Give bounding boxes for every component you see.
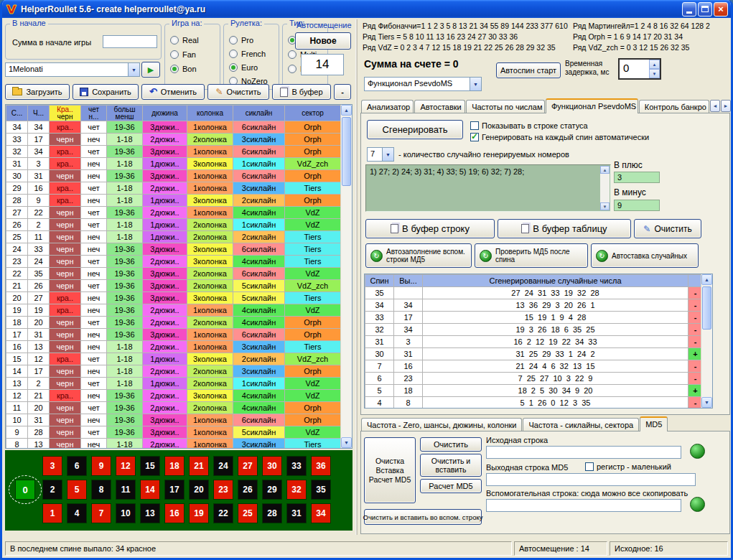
copy-row-button[interactable]: В буфер строку	[365, 219, 495, 238]
checkbox-box[interactable]	[585, 462, 594, 471]
gen-row[interactable]: 323419 3 26 18 6 35 25-	[365, 324, 703, 336]
board-number-6[interactable]: 6	[67, 456, 87, 476]
history-row[interactable]: 2916кра..чет1-182дюжи..1колонка3сиклайнT…	[6, 182, 341, 195]
radio-euro[interactable]: Euro	[229, 60, 268, 74]
board-number-23[interactable]: 23	[213, 480, 233, 500]
board-number-13[interactable]: 13	[140, 503, 160, 523]
history-scrollbar[interactable]: ▲ ▼	[340, 105, 352, 448]
md5-clear-paste-button[interactable]: Очистить и вставить	[420, 454, 482, 477]
generated-scrollbar[interactable]: ▲ ▼	[701, 274, 712, 408]
board-number-8[interactable]: 8	[91, 480, 111, 500]
title-bar[interactable]: HelperRoullet 5.6- create helperroullet@…	[2, 0, 731, 18]
minus-button[interactable]: -	[334, 84, 351, 100]
source-string-input[interactable]	[486, 446, 681, 459]
history-row[interactable]: 2511черннеч1-181дюжи..2колонка2сиклайнTi…	[6, 231, 341, 243]
board-number-10[interactable]: 10	[116, 503, 136, 523]
history-row[interactable]: 1120чернчет19-362дюжи..2колонка4сиклайнO…	[6, 402, 341, 414]
scroll-down-icon[interactable]: ▼	[600, 202, 610, 210]
history-row[interactable]: 1221кра..неч19-362дюжи..3колонка4сиклайн…	[6, 390, 341, 402]
count-combo[interactable]: 7 ▼	[367, 147, 394, 162]
save-button[interactable]: Сохранить	[73, 84, 139, 100]
tab-функционал-psevdoms[interactable]: Функционал PsevdoMS	[546, 98, 638, 113]
to-buffer-button[interactable]: В буфер	[272, 84, 331, 100]
tab-частоты-по-числам[interactable]: Частоты по числам	[466, 100, 545, 113]
paste-ball-icon[interactable]	[690, 444, 705, 459]
history-row[interactable]: 2324чернчет19-362дюжи..3колонка4сиклайнT…	[6, 256, 341, 268]
autobet-button[interactable]: ↻ Автоставка случайных	[591, 243, 699, 268]
board-number-27[interactable]: 27	[238, 456, 258, 476]
md5-big-button[interactable]: Очистка Вставка Расчет MD5	[364, 437, 416, 503]
history-row[interactable]: 2235черннеч19-363дюжи..2колонка6сиклайнV…	[6, 268, 341, 280]
clear-output-button[interactable]: ✎ Очистить	[634, 219, 701, 238]
tabs-scroll-left-icon[interactable]: ◄	[710, 100, 720, 112]
board-number-4[interactable]: 4	[67, 503, 87, 523]
tab-частота-zero-шансы-дюжины-колонки[interactable]: Частота - Zero, шансы, дюжины, колонки	[361, 418, 522, 431]
generated-output[interactable]: 1) 27; 2) 24; 3) 31; 4) 33; 5) 19; 6) 32…	[365, 164, 611, 212]
show-status-checkbox[interactable]: Показывать в строке статуса	[470, 121, 588, 130]
board-number-1[interactable]: 1	[42, 503, 62, 523]
gen-row[interactable]: 303131 25 29 33 1 24 2+	[365, 348, 703, 360]
new-button[interactable]: Новое	[295, 32, 351, 50]
checkbox-box[interactable]	[470, 133, 479, 141]
board-number-31[interactable]: 31	[286, 503, 307, 523]
board-number-29[interactable]: 29	[262, 480, 282, 500]
history-row[interactable]: 3317черннеч1-182дюжи..2колонка3сиклайнOr…	[6, 134, 341, 146]
tab-md5[interactable]: MD5	[640, 416, 668, 431]
gen-row[interactable]: 343413 36 29 3 20 26 1-	[365, 299, 703, 312]
scroll-track[interactable]	[600, 174, 610, 202]
history-row[interactable]: 1613черннеч1-182дюжи..1колонка3сиклайнTi…	[6, 341, 341, 353]
start-sum-input[interactable]	[103, 35, 157, 48]
tab-автоставки[interactable]: Автоставки	[414, 100, 465, 113]
history-row[interactable]: 1820чернчет19-362дюжи..2колонка4сиклайнO…	[6, 317, 341, 329]
board-number-3[interactable]: 3	[42, 456, 62, 476]
scroll-down-icon[interactable]: ▼	[341, 437, 352, 448]
board-number-5[interactable]: 5	[67, 480, 87, 500]
board-number-24[interactable]: 24	[213, 456, 233, 476]
gen-row[interactable]: 51818 2 5 30 34 9 20+	[365, 385, 703, 397]
scroll-up-icon[interactable]: ▲	[600, 166, 610, 174]
gen-row[interactable]: 6237 25 27 10 3 22 9-	[365, 373, 703, 385]
board-number-28[interactable]: 28	[262, 503, 282, 523]
board-number-7[interactable]: 7	[91, 503, 111, 523]
history-row[interactable]: 262чернчет1-181дюжи..2колонка1сиклайнVdZ	[6, 219, 341, 231]
scroll-track[interactable]	[341, 116, 352, 437]
maximize-button[interactable]	[698, 2, 712, 17]
history-row[interactable]: 2027кра..неч19-363дюжи..3колонка5сиклайн…	[6, 292, 341, 304]
board-number-26[interactable]: 26	[238, 480, 258, 500]
board-number-32[interactable]: 32	[286, 480, 307, 500]
scroll-up-icon[interactable]: ▲	[341, 105, 352, 116]
board-number-22[interactable]: 22	[213, 503, 233, 523]
output-scrollbar[interactable]: ▲ ▼	[600, 166, 610, 210]
clear-button[interactable]: ✎ Очистить	[207, 84, 269, 100]
clear-paste-helper-button[interactable]: Очистить и вставить во вспом. строку	[364, 509, 482, 525]
play-button[interactable]: ▶	[141, 62, 160, 78]
history-row[interactable]: 1919кра..неч19-362дюжи..1колонка4сиклайн…	[6, 304, 341, 317]
board-number-17[interactable]: 17	[164, 480, 185, 500]
gen-row[interactable]: 3527 24 31 33 19 32 28-	[365, 287, 703, 299]
scroll-down-icon[interactable]: ▼	[701, 397, 712, 408]
close-button[interactable]: ×	[714, 2, 728, 17]
history-row[interactable]: 2722чернчет19-362дюжи..1колонка4сиклайнV…	[6, 207, 341, 219]
spin-up-icon[interactable]: ▲	[649, 60, 660, 69]
board-number-35[interactable]: 35	[311, 480, 331, 500]
history-row[interactable]: 1417черннеч1-182дюжи..2колонка3сиклайнOr…	[6, 365, 341, 378]
autofill-md5-button[interactable]: ↻ Автозаполнение вспом. строки МД5	[365, 243, 472, 268]
load-button[interactable]: Загрузить	[5, 84, 70, 100]
board-number-30[interactable]: 30	[262, 456, 282, 476]
radio-bon[interactable]: Bon	[170, 62, 199, 76]
history-row[interactable]: 3234кра..чет19-363дюжи..1колонка6сиклайн…	[6, 146, 341, 158]
board-number-12[interactable]: 12	[116, 456, 136, 476]
board-number-34[interactable]: 34	[311, 503, 331, 523]
helper-string-input[interactable]	[486, 499, 681, 512]
history-row[interactable]: 2126чернчет19-363дюжи..2колонка5сиклайнV…	[6, 280, 341, 292]
history-row[interactable]: 2433черннеч19-363дюжи..3колонка6сиклайнT…	[6, 243, 341, 256]
checkbox-box[interactable]	[470, 121, 479, 130]
history-row[interactable]: 289кра..неч1-181дюжи..3колонка2сиклайнOr…	[6, 195, 341, 207]
history-row[interactable]: 1731черннеч19-363дюжи..1колонка6сиклайнO…	[6, 329, 341, 341]
gen-row[interactable]: 485 1 26 0 12 3 35-	[365, 397, 703, 409]
board-number-36[interactable]: 36	[311, 456, 331, 476]
md5-clear-button[interactable]: Очистить	[420, 437, 482, 452]
history-row[interactable]: 313кра..неч1-181дюжи..3колонка1сиклайнVd…	[6, 158, 341, 170]
board-number-25[interactable]: 25	[238, 503, 258, 523]
board-number-18[interactable]: 18	[164, 456, 185, 476]
